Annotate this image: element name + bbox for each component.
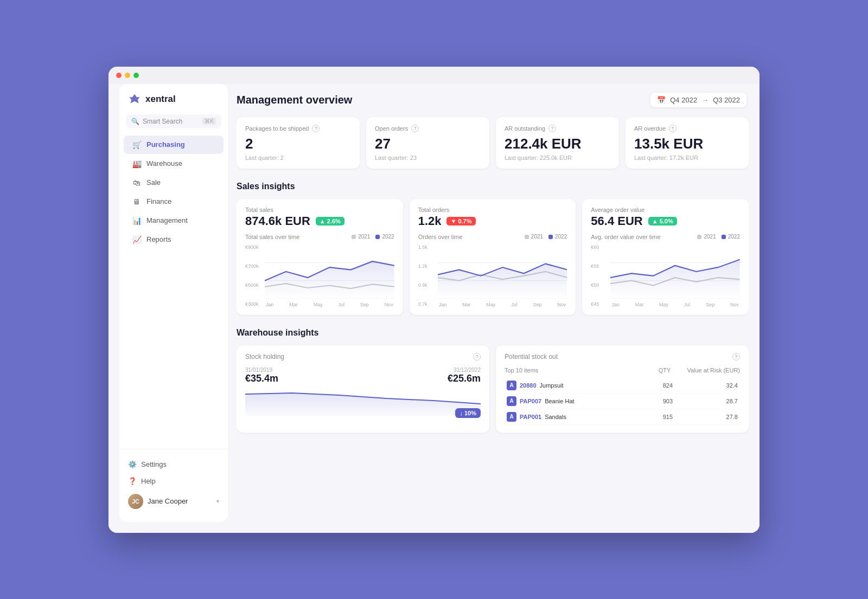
kpi-open-orders-sub: Last quarter: 23 bbox=[375, 154, 481, 161]
minimize-dot[interactable] bbox=[125, 73, 130, 78]
settings-label: Settings bbox=[141, 460, 167, 468]
calendar-icon: 📅 bbox=[657, 96, 666, 104]
stock-out-table: A 20880 Jumpsuit 824 32.4 A bbox=[505, 378, 740, 425]
pct-badge: ↓ 10% bbox=[455, 408, 481, 418]
kpi-open-orders: Open orders ? 27 Last quarter: 23 bbox=[366, 117, 489, 169]
y-axis-labels: €60€55€50€45 bbox=[591, 244, 599, 307]
stock-chart: ↓ 10% bbox=[245, 389, 481, 416]
sidebar-item-label: Finance bbox=[146, 197, 171, 205]
table-row: A 20880 Jumpsuit 824 32.4 bbox=[505, 378, 740, 394]
total-sales-sub-label: Total sales over time bbox=[245, 234, 299, 240]
date-from: Q4 2022 bbox=[670, 96, 697, 104]
kpi-row: Packages to be shipped ? 2 Last quarter:… bbox=[237, 117, 749, 169]
help-icon: ❓ bbox=[128, 477, 137, 485]
legend-2021: 2021 bbox=[358, 234, 370, 240]
sales-insights-title: Sales insights bbox=[237, 182, 749, 191]
chevron-down-icon: ▾ bbox=[216, 498, 219, 504]
item-value: 32.4 bbox=[675, 382, 740, 389]
search-icon: 🔍 bbox=[131, 118, 139, 125]
sidebar-item-label: Purchasing bbox=[146, 140, 185, 149]
fullscreen-dot[interactable] bbox=[133, 73, 139, 78]
total-sales-label: Total sales bbox=[245, 207, 394, 213]
item-value: 27.8 bbox=[675, 414, 740, 420]
legend-dot-2021 bbox=[525, 235, 529, 239]
smart-search-bar[interactable]: 🔍 Smart Search ⌘K bbox=[126, 114, 221, 128]
legend-dot-2021 bbox=[352, 235, 356, 239]
arrow-icon: → bbox=[701, 96, 709, 104]
total-orders-sub-label: Orders over time bbox=[418, 234, 463, 240]
top10-label: Top 10 items bbox=[505, 367, 538, 373]
settings-item[interactable]: ⚙️ Settings bbox=[119, 456, 228, 473]
close-dot[interactable] bbox=[116, 73, 122, 78]
packages-label: Packages to be shipped bbox=[245, 125, 309, 132]
sidebar-item-reports[interactable]: 📈 Reports bbox=[124, 230, 224, 249]
legend-dot-2022 bbox=[548, 235, 553, 239]
sidebar-item-management[interactable]: 📊 Management bbox=[124, 211, 224, 230]
stock-holding-card: Stock holding ? 31/01/2019 €35.4m 31/12/… bbox=[237, 345, 489, 433]
page-title: Management overview bbox=[237, 94, 352, 106]
total-orders-svg bbox=[438, 244, 567, 299]
info-icon[interactable]: ? bbox=[473, 353, 481, 360]
info-icon[interactable]: ? bbox=[411, 125, 419, 132]
stock-out-card: Potential stock out ? Top 10 items QTY V… bbox=[496, 345, 749, 433]
help-item[interactable]: ❓ Help bbox=[119, 473, 228, 489]
logo-text: xentral bbox=[145, 94, 176, 105]
sidebar-item-purchasing[interactable]: 🛒 Purchasing bbox=[124, 136, 224, 154]
app-body: xentral 🔍 Smart Search ⌘K 🛒 Purchasing 🏭… bbox=[108, 84, 760, 533]
total-sales-value: 874.6k EUR bbox=[245, 214, 310, 228]
search-label: Smart Search bbox=[143, 118, 182, 125]
col-value: Value at Risk (EUR) bbox=[687, 367, 740, 373]
kpi-packages: Packages to be shipped ? 2 Last quarter:… bbox=[237, 117, 360, 169]
item-ref[interactable]: PAP001 bbox=[520, 414, 541, 420]
chart-avg-order-value: Average order value 56.4 EUR ▲ 5.0% Avg.… bbox=[582, 199, 749, 315]
item-ref[interactable]: 20880 bbox=[520, 382, 537, 389]
legend-2022: 2022 bbox=[728, 234, 740, 240]
x-axis-labels: JanMarMayJulSepNov bbox=[265, 302, 394, 307]
total-sales-badge: ▲ 2.6% bbox=[316, 217, 344, 226]
avg-order-value: 56.4 EUR bbox=[591, 214, 642, 228]
user-name: Jane Cooper bbox=[148, 497, 188, 505]
avg-order-svg bbox=[610, 244, 740, 299]
stock-val-end: €25.6m bbox=[448, 373, 481, 384]
user-row[interactable]: JC Jane Cooper ▾ bbox=[119, 489, 228, 513]
kpi-ar-outstanding-value: 212.4k EUR bbox=[505, 136, 610, 152]
item-qty: 903 bbox=[631, 398, 675, 404]
main-header: Management overview 📅 Q4 2022 → Q3 2022 bbox=[237, 93, 749, 107]
info-icon[interactable]: ? bbox=[548, 125, 556, 132]
total-sales-svg bbox=[265, 244, 394, 299]
info-icon[interactable]: ? bbox=[312, 125, 320, 132]
kpi-ar-overdue-value: 13.5k EUR bbox=[634, 136, 740, 152]
info-icon[interactable]: ? bbox=[732, 353, 740, 360]
col-qty: QTY bbox=[659, 367, 671, 373]
sidebar-item-label: Sale bbox=[146, 178, 161, 186]
sidebar-item-label: Management bbox=[146, 216, 188, 224]
ar-overdue-label: AR overdue bbox=[634, 125, 666, 132]
titlebar bbox=[108, 67, 760, 84]
stock-date-end: 31/12/2022 bbox=[448, 367, 481, 373]
stock-holding-label: Stock holding bbox=[245, 353, 284, 360]
date-range[interactable]: 📅 Q4 2022 → Q3 2022 bbox=[650, 93, 746, 107]
table-row: A PAP007 Beanie Hat 903 28.7 bbox=[505, 394, 740, 409]
legend-2021: 2021 bbox=[704, 234, 716, 240]
sidebar-item-finance[interactable]: 🖥 Finance bbox=[124, 192, 224, 211]
item-badge: A bbox=[507, 412, 516, 422]
total-sales-chart-wrapper: €900k€700k€500k€300k bbox=[245, 244, 394, 307]
chart-total-sales: Total sales 874.6k EUR ▲ 2.6% Total sale… bbox=[237, 199, 403, 315]
date-to: Q3 2022 bbox=[713, 96, 740, 104]
info-icon[interactable]: ? bbox=[669, 125, 676, 132]
main-content: Management overview 📅 Q4 2022 → Q3 2022 … bbox=[237, 84, 749, 522]
avg-order-sub-label: Avg. order value over time bbox=[591, 234, 660, 240]
total-orders-value: 1.2k bbox=[418, 214, 442, 228]
item-badge: A bbox=[507, 381, 516, 390]
kpi-ar-outstanding-sub: Last quarter: 225.0k EUR bbox=[505, 154, 610, 161]
warehouse-insights-title: Warehouse insights bbox=[237, 328, 749, 338]
item-ref[interactable]: PAP007 bbox=[520, 398, 541, 404]
sidebar-item-warehouse[interactable]: 🏭 Warehouse bbox=[124, 154, 224, 173]
sidebar-item-sale[interactable]: 🛍 Sale bbox=[124, 173, 224, 192]
open-orders-label: Open orders bbox=[375, 125, 408, 132]
total-orders-chart-wrapper: 1.5k1.2k0.9k0.7k bbox=[418, 244, 567, 307]
table-row: A PAP001 Sandals 915 27.8 bbox=[505, 409, 740, 425]
kpi-ar-overdue: AR overdue ? 13.5k EUR Last quarter: 17.… bbox=[626, 117, 749, 169]
sidebar-bottom: ⚙️ Settings ❓ Help JC Jane Cooper ▾ bbox=[119, 449, 228, 513]
sidebar: xentral 🔍 Smart Search ⌘K 🛒 Purchasing 🏭… bbox=[119, 84, 228, 522]
